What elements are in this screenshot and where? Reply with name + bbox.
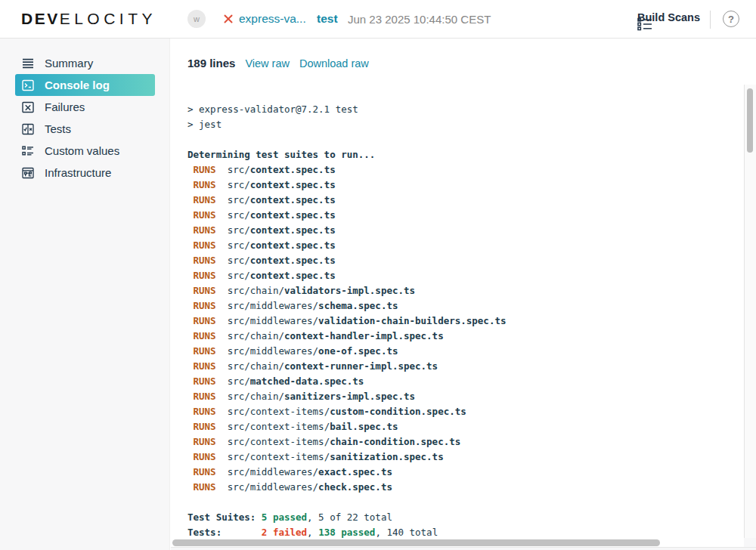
summary-icon — [21, 57, 35, 70]
sidebar-item-custom-values[interactable]: Custom values — [15, 140, 155, 162]
sidebar-item-label: Infrastructure — [45, 166, 111, 179]
sidebar-item-label: Console log — [45, 79, 110, 91]
sidebar-item-label: Failures — [45, 100, 85, 113]
build-timestamp: Jun 23 2025 10:44:50 CEST — [348, 13, 491, 26]
build-failed-icon — [223, 14, 234, 24]
console-line: RUNS src/middlewares/schema.spec.ts — [187, 298, 744, 314]
top-header: DEVELOCITY w express-va... test Jun 23 2… — [0, 0, 756, 39]
horizontal-scrollbar-thumb[interactable] — [172, 539, 660, 546]
sidebar-item-tests[interactable]: Tests — [15, 118, 155, 140]
download-raw-link[interactable]: Download raw — [299, 57, 369, 70]
console-line: > jest — [187, 117, 744, 132]
sidebar-item-label: Custom values — [45, 144, 119, 157]
console-line: RUNS src/middlewares/exact.spec.ts — [187, 465, 744, 480]
console-line: RUNS src/context.spec.ts — [187, 178, 744, 193]
console-line: RUNS src/context.spec.ts — [187, 193, 744, 208]
console-line: RUNS src/context-items/chain-condition.s… — [187, 434, 744, 450]
console-line: > express-validator@7.2.1 test — [187, 102, 744, 117]
infrastructure-icon — [21, 166, 35, 180]
vertical-scrollbar-track[interactable] — [744, 85, 756, 550]
console-line: RUNS src/context-items/bail.spec.ts — [187, 419, 744, 434]
console-line: RUNS src/context.spec.ts — [187, 162, 744, 178]
sidebar-item-label: Tests — [45, 122, 71, 135]
console-line: RUNS src/middlewares/one-of.spec.ts — [187, 344, 744, 359]
sidebar-item-infrastructure[interactable]: Infrastructure — [15, 162, 155, 184]
help-question-mark: ? — [728, 14, 734, 25]
failures-icon — [21, 100, 35, 114]
scrollbar-corner — [744, 538, 756, 547]
bottom-strip — [171, 547, 756, 550]
sidebar-item-summary[interactable]: Summary — [15, 52, 155, 74]
avatar-letter: w — [194, 14, 200, 23]
console-line: RUNS src/chain/context-runner-impl.spec.… — [187, 359, 744, 374]
console-line: RUNS src/chain/context-handler-impl.spec… — [187, 329, 744, 344]
sidebar-item-failures[interactable]: Failures — [15, 96, 155, 118]
console-log: > express-validator@7.2.1 test> jest Det… — [171, 85, 744, 540]
logo-text-bold: DEV — [21, 10, 60, 27]
breadcrumb-project-link[interactable]: express-va... — [239, 12, 306, 26]
console-line: RUNS src/chain/sanitizers-impl.spec.ts — [187, 389, 744, 404]
user-avatar[interactable]: w — [187, 10, 206, 28]
console-viewport[interactable]: > express-validator@7.2.1 test> jest Det… — [171, 85, 744, 550]
line-count: 189 lines — [187, 57, 235, 70]
console-line: RUNS src/context.spec.ts — [187, 238, 744, 253]
sidebar-item-label: Summary — [45, 57, 93, 70]
console-line: RUNS src/middlewares/check.spec.ts — [187, 480, 744, 495]
vertical-scrollbar-thumb[interactable] — [747, 88, 753, 153]
console-line: RUNS src/context.spec.ts — [187, 223, 744, 238]
help-button[interactable]: ? — [723, 11, 739, 27]
tests-icon — [21, 122, 35, 136]
console-line: Test Suites: 5 passed, 5 of 22 total — [187, 510, 744, 525]
console-toolbar: 189 lines View raw Download raw — [187, 57, 369, 70]
console-line: RUNS src/chain/validators-impl.spec.ts — [187, 283, 744, 298]
console-icon — [21, 79, 35, 92]
console-line: RUNS src/context-items/sanitization.spec… — [187, 450, 744, 465]
view-raw-link[interactable]: View raw — [245, 57, 290, 70]
sidebar-nav: SummaryConsole logFailuresTestsCustom va… — [0, 39, 170, 550]
header-divider — [710, 11, 711, 29]
develocity-logo[interactable]: DEVELOCITY — [21, 10, 156, 28]
console-line: RUNS src/context.spec.ts — [187, 208, 744, 223]
console-line: RUNS src/middlewares/validation-chain-bu… — [187, 314, 744, 329]
console-line: Determining test suites to run... — [187, 147, 744, 162]
sidebar-item-console-log[interactable]: Console log — [15, 74, 155, 96]
logo-text-rest: ELOCITY — [60, 10, 156, 27]
console-line — [187, 495, 744, 510]
console-line: RUNS src/context.spec.ts — [187, 253, 744, 268]
console-line: RUNS src/context-items/custom-condition.… — [187, 404, 744, 419]
console-line — [187, 132, 744, 147]
build-scans-button[interactable]: Build Scans — [637, 11, 700, 23]
breadcrumb-task-link[interactable]: test — [317, 12, 338, 26]
console-line: RUNS src/context.spec.ts — [187, 268, 744, 283]
custom-values-icon — [21, 144, 35, 158]
console-line: RUNS src/matched-data.spec.ts — [187, 374, 744, 389]
console-log-panel: 189 lines View raw Download raw > expres… — [171, 39, 756, 550]
